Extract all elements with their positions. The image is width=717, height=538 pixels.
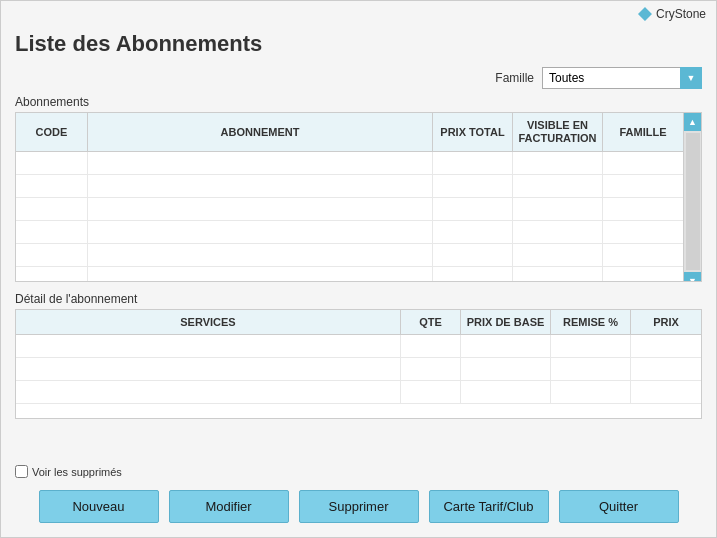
family-label: Famille: [495, 71, 534, 85]
cell-remise: [551, 381, 631, 403]
col-header-services: SERVICES: [16, 310, 401, 334]
cell-visible: [513, 244, 603, 266]
cell-famille: [603, 175, 683, 197]
cell-code: [16, 267, 88, 282]
cell-services: [16, 335, 401, 357]
family-select-wrapper: Toutes: [542, 67, 702, 89]
voir-supprimes-checkbox[interactable]: [15, 465, 28, 478]
cell-services: [16, 358, 401, 380]
cell-qte: [401, 358, 461, 380]
cell-prix-total: [433, 152, 513, 174]
content-area: Liste des Abonnements Famille Toutes Abo…: [1, 23, 716, 461]
supprimer-button[interactable]: Supprimer: [299, 490, 419, 523]
main-table-container: CODE ABONNEMENT PRIX TOTAL VISIBLE ENFAC…: [15, 112, 702, 282]
cell-abonnement: [88, 152, 433, 174]
cell-prix: [631, 358, 701, 380]
cell-code: [16, 198, 88, 220]
voir-supprimes-row: Voir les supprimés: [1, 461, 716, 482]
cell-prix-total: [433, 221, 513, 243]
detail-table-row[interactable]: [16, 335, 701, 358]
cell-prix: [631, 335, 701, 357]
cell-famille: [603, 244, 683, 266]
col-header-remise: REMISE %: [551, 310, 631, 334]
detail-table-header: SERVICES QTE PRIX DE BASE REMISE % PRIX: [16, 310, 701, 335]
family-select[interactable]: Toutes: [542, 67, 702, 89]
title-bar: CryStone: [1, 1, 716, 23]
page-title: Liste des Abonnements: [15, 31, 702, 57]
table-row[interactable]: [16, 221, 683, 244]
cell-code: [16, 221, 88, 243]
cell-qte: [401, 335, 461, 357]
col-header-prix: PRIX: [631, 310, 701, 334]
cell-famille: [603, 198, 683, 220]
cell-code: [16, 152, 88, 174]
family-select-dropdown-btn[interactable]: [680, 67, 702, 89]
cell-visible: [513, 152, 603, 174]
table-row[interactable]: [16, 267, 683, 282]
cell-visible: [513, 221, 603, 243]
cell-prix-total: [433, 267, 513, 282]
cell-abonnement: [88, 244, 433, 266]
cell-visible: [513, 198, 603, 220]
carte-tarif-club-button[interactable]: Carte Tarif/Club: [429, 490, 549, 523]
cell-prix-base: [461, 335, 551, 357]
cell-code: [16, 244, 88, 266]
nouveau-button[interactable]: Nouveau: [39, 490, 159, 523]
col-header-qte: QTE: [401, 310, 461, 334]
table-row[interactable]: [16, 198, 683, 221]
cell-prix-base: [461, 358, 551, 380]
cell-abonnement: [88, 267, 433, 282]
detail-section: Détail de l'abonnement SERVICES QTE PRIX…: [15, 292, 702, 419]
col-header-prix-base: PRIX DE BASE: [461, 310, 551, 334]
scroll-track: [686, 133, 700, 270]
cell-prix: [631, 381, 701, 403]
col-header-code: CODE: [16, 113, 88, 151]
cell-visible: [513, 267, 603, 282]
abonnements-section-label: Abonnements: [15, 95, 702, 109]
brand-name: CryStone: [656, 7, 706, 21]
table-row[interactable]: [16, 152, 683, 175]
modifier-button[interactable]: Modifier: [169, 490, 289, 523]
cell-famille: [603, 152, 683, 174]
brand-icon: [638, 7, 652, 21]
quitter-button[interactable]: Quitter: [559, 490, 679, 523]
col-header-visible: VISIBLE ENFACTURATION: [513, 113, 603, 151]
cell-prix-total: [433, 198, 513, 220]
cell-prix-total: [433, 175, 513, 197]
cell-qte: [401, 381, 461, 403]
brand: CryStone: [638, 7, 706, 21]
voir-supprimes-label: Voir les supprimés: [32, 466, 122, 478]
detail-section-label: Détail de l'abonnement: [15, 292, 702, 306]
col-header-prix-total: PRIX TOTAL: [433, 113, 513, 151]
cell-abonnement: [88, 221, 433, 243]
cell-prix-total: [433, 244, 513, 266]
cell-famille: [603, 221, 683, 243]
table-row[interactable]: [16, 244, 683, 267]
cell-prix-base: [461, 381, 551, 403]
col-header-famille: FAMILLE: [603, 113, 683, 151]
cell-abonnement: [88, 198, 433, 220]
cell-services: [16, 381, 401, 403]
scroll-up-btn[interactable]: ▲: [684, 113, 702, 131]
detail-table-row[interactable]: [16, 358, 701, 381]
main-window: CryStone Liste des Abonnements Famille T…: [0, 0, 717, 538]
cell-visible: [513, 175, 603, 197]
cell-abonnement: [88, 175, 433, 197]
table-row[interactable]: [16, 175, 683, 198]
col-header-abonnement: ABONNEMENT: [88, 113, 433, 151]
cell-code: [16, 175, 88, 197]
scroll-down-btn[interactable]: ▼: [684, 272, 702, 282]
detail-table-row[interactable]: [16, 381, 701, 404]
main-table-header: CODE ABONNEMENT PRIX TOTAL VISIBLE ENFAC…: [16, 113, 683, 152]
cell-remise: [551, 358, 631, 380]
family-row: Famille Toutes: [15, 67, 702, 89]
action-buttons: Nouveau Modifier Supprimer Carte Tarif/C…: [1, 482, 716, 537]
main-table-scrollbar: ▲ ▼: [683, 113, 701, 282]
cell-famille: [603, 267, 683, 282]
cell-remise: [551, 335, 631, 357]
detail-table-container: SERVICES QTE PRIX DE BASE REMISE % PRIX: [15, 309, 702, 419]
